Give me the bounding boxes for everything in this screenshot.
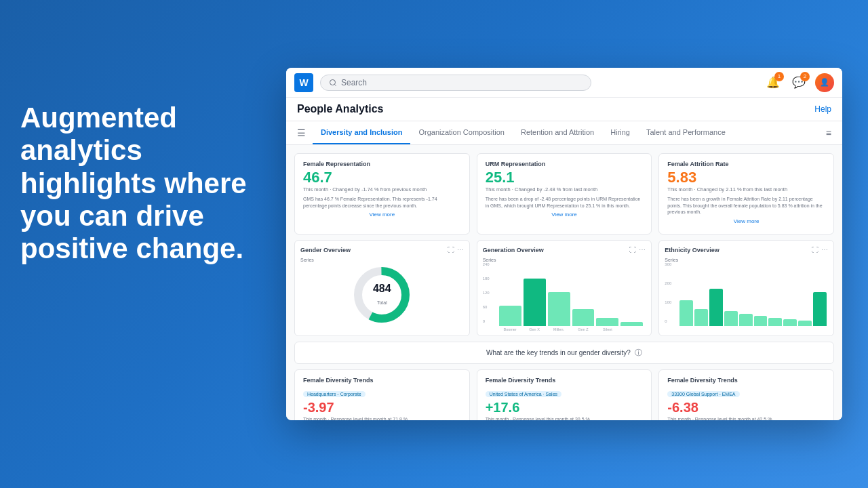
chart-gender-overview: Gender Overview ⛶ ⋯ Series 484 — [294, 240, 470, 336]
bar-genx — [524, 279, 546, 326]
tab-talent[interactable]: Talent and Performance — [638, 121, 734, 144]
headline: Augmented analytics highlights where you… — [20, 102, 278, 265]
chart-gender-header: Gender Overview ⛶ ⋯ — [300, 246, 464, 253]
avatar[interactable]: 👤 — [815, 73, 834, 92]
eth-bar-4 — [724, 311, 738, 326]
kpi-1-title: Female Representation — [303, 161, 461, 167]
filter-icon[interactable]: ☰ — [297, 127, 306, 138]
notification-badge: 1 — [774, 72, 784, 81]
search-placeholder: Search — [341, 78, 367, 87]
ethnicity-bar-area: 3002001000 — [665, 262, 828, 330]
chart-gen-header: Generation Overview ⛶ ⋯ — [483, 246, 646, 253]
trend-2-sub: This month · Response level this month a… — [486, 417, 644, 420]
chart-gender-title: Gender Overview — [300, 247, 351, 253]
chart-gender-actions: ⛶ ⋯ — [448, 246, 464, 253]
chart-gender-legend: Series — [300, 258, 464, 262]
trend-1-value: -3.97 — [303, 400, 461, 415]
notification-button[interactable]: 🔔 1 — [764, 73, 783, 92]
tab-hiring[interactable]: Hiring — [602, 121, 638, 144]
eth-bars — [678, 265, 828, 326]
chart-gen-legend: Series — [483, 258, 646, 262]
left-panel: Augmented analytics highlights where you… — [20, 102, 278, 265]
bar-genz — [572, 309, 595, 326]
workday-logo[interactable]: W — [294, 73, 313, 92]
kpi-2-sub: This month · Changed by -2.48 % from las… — [486, 186, 644, 193]
menu-icon[interactable]: ⋯ — [821, 246, 828, 253]
eth-bar-6 — [754, 316, 768, 326]
eth-bar-9 — [798, 321, 812, 326]
bar-other — [620, 322, 643, 326]
kpi-2-desc: There has been a drop of -2.48 percentag… — [486, 196, 644, 209]
trend-hq-corporate: Female Diversity Trends Headquarters - C… — [294, 369, 470, 420]
kpi-3-desc: There has been a growth in Female Attrit… — [667, 196, 825, 216]
top-bar-right: 🔔 1 💬 2 👤 — [764, 73, 834, 92]
trends-row: Female Diversity Trends Headquarters - C… — [294, 369, 834, 420]
y-axis-eth: 3002001000 — [665, 262, 671, 323]
kpi-female-attrition: Female Attrition Rate 5.83 This month · … — [658, 153, 834, 235]
kpi-3-view-more[interactable]: View more — [667, 216, 825, 227]
kpi-3-sub: This month · Changed by 2.11 % from this… — [667, 186, 825, 193]
eth-bar-8 — [783, 319, 797, 326]
kpi-2-title: URM Representation — [486, 161, 644, 167]
tab-diversity[interactable]: Diversity and Inclusion — [313, 121, 410, 144]
trend-1-tag: Headquarters - Corporate — [303, 391, 366, 397]
eth-bar-5 — [739, 314, 753, 326]
bar-boomer — [499, 306, 521, 326]
y-axis-gen: 240180120600 — [483, 262, 490, 323]
tab-menu-icon[interactable]: ≡ — [826, 127, 831, 138]
trend-3-title: Female Diversity Trends — [667, 377, 825, 384]
eth-bar-7 — [768, 318, 782, 326]
eth-bar-10 — [813, 292, 827, 326]
trend-1-title: Female Diversity Trends — [303, 377, 461, 384]
app-window: W Search 🔔 1 💬 2 👤 People Analytics Help… — [286, 68, 842, 420]
trend-1-sub: This month · Response level this month a… — [303, 417, 461, 420]
tab-bar: ☰ Diversity and Inclusion Organization C… — [286, 121, 842, 145]
top-bar: W Search 🔔 1 💬 2 👤 — [286, 68, 842, 98]
messages-badge: 2 — [800, 72, 810, 81]
help-link[interactable]: Help — [814, 104, 831, 114]
expand-icon[interactable]: ⛶ — [448, 246, 454, 253]
trend-2-tag: United States of America · Sales — [486, 391, 561, 397]
donut-container: 484 Total — [300, 262, 464, 327]
donut-number: 484 — [373, 283, 391, 295]
kpi-3-title: Female Attrition Rate — [667, 161, 825, 167]
chart-eth-title: Ethnicity Overview — [665, 247, 719, 253]
bar-silent — [596, 318, 618, 326]
trend-emea: Female Diversity Trends 33300 Global Sup… — [658, 369, 834, 420]
content-area: Female Representation 46.7 This month · … — [286, 145, 842, 420]
kpi-1-value: 46.7 — [303, 170, 461, 185]
kpi-2-view-more[interactable]: View more — [486, 209, 644, 220]
kpi-1-view-more[interactable]: View more — [303, 209, 461, 220]
menu-icon[interactable]: ⋯ — [639, 246, 646, 253]
trend-3-value: -6.38 — [667, 400, 825, 415]
trend-usa-sales: Female Diversity Trends United States of… — [477, 369, 652, 420]
kpi-row: Female Representation 46.7 This month · … — [294, 153, 834, 235]
kpi-2-value: 25.1 — [486, 170, 644, 185]
donut-label: 484 Total — [373, 283, 391, 307]
info-icon[interactable]: ⓘ — [635, 348, 642, 358]
expand-icon[interactable]: ⛶ — [812, 246, 818, 253]
kpi-female-representation: Female Representation 46.7 This month · … — [294, 153, 470, 235]
menu-icon[interactable]: ⋯ — [457, 246, 464, 253]
kpi-1-sub: This month · Changed by -1.74 % from pre… — [303, 186, 461, 193]
kpi-urm-representation: URM Representation 25.1 This month · Cha… — [477, 153, 652, 235]
chart-eth-header: Ethnicity Overview ⛶ ⋯ — [665, 246, 828, 253]
x-axis-gen: Boomer Gen X Millen. Gen Z Silent — [496, 326, 646, 331]
chart-gen-actions: ⛶ ⋯ — [629, 246, 646, 253]
ai-insight-banner: What are the key trends in our gender di… — [294, 342, 834, 364]
search-bar-container[interactable]: Search — [320, 75, 591, 91]
charts-row: Gender Overview ⛶ ⋯ Series 484 — [294, 240, 834, 336]
chart-generation-overview: Generation Overview ⛶ ⋯ Series 240180120… — [477, 240, 652, 336]
svg-point-0 — [330, 79, 336, 85]
tab-retention[interactable]: Retention and Attrition — [513, 121, 602, 144]
chart-gen-title: Generation Overview — [483, 247, 544, 253]
chart-eth-legend: Series — [665, 258, 828, 262]
page-title: People Analytics — [297, 103, 383, 115]
chart-ethnicity-overview: Ethnicity Overview ⛶ ⋯ Series 3002001000 — [658, 240, 834, 336]
page-header: People Analytics Help — [286, 98, 842, 121]
bar-millennial — [548, 292, 570, 326]
messages-button[interactable]: 💬 2 — [789, 73, 808, 92]
expand-icon[interactable]: ⛶ — [629, 246, 636, 253]
tab-org-composition[interactable]: Organization Composition — [410, 121, 513, 144]
trend-3-tag: 33300 Global Support - EMEA — [667, 391, 739, 397]
